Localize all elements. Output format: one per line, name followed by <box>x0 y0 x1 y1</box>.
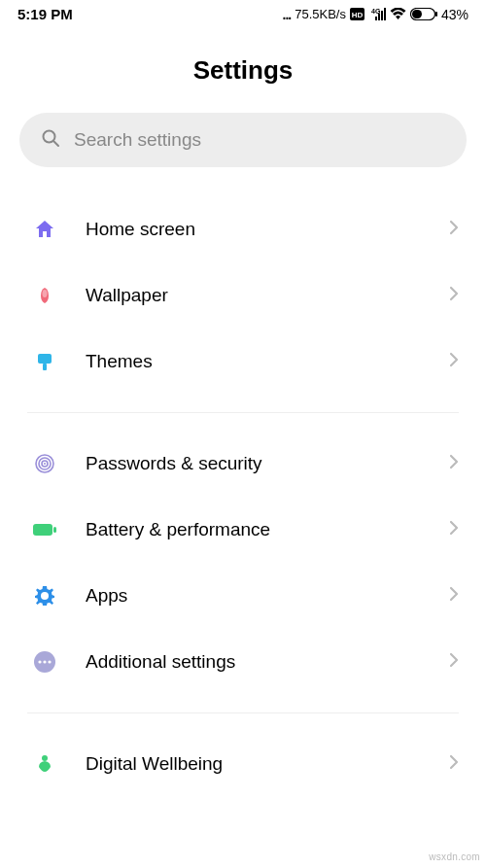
settings-group-1: Home screen Wallpaper Themes <box>0 196 486 395</box>
chevron-right-icon <box>449 286 459 305</box>
signal-4g-icon: 4G <box>368 8 386 20</box>
status-right: ... 75.5KB/s HD 4G 43% <box>283 7 469 22</box>
home-icon <box>31 216 58 243</box>
svg-point-25 <box>48 660 51 663</box>
row-label: Wallpaper <box>86 285 422 306</box>
svg-rect-20 <box>53 527 56 533</box>
chevron-right-icon <box>449 652 459 672</box>
row-label: Battery & performance <box>86 519 422 540</box>
row-label: Passwords & security <box>86 453 422 474</box>
svg-point-24 <box>43 660 46 663</box>
svg-point-12 <box>43 290 48 297</box>
gear-icon <box>31 582 58 609</box>
svg-rect-9 <box>435 12 437 17</box>
wellbeing-icon <box>31 750 58 778</box>
battery-icon <box>31 516 58 543</box>
search-input[interactable] <box>74 129 445 151</box>
svg-rect-4 <box>378 14 380 20</box>
row-battery-performance[interactable]: Battery & performance <box>0 497 486 563</box>
wifi-icon <box>390 8 406 20</box>
svg-rect-14 <box>43 364 47 370</box>
divider <box>27 712 459 713</box>
row-label: Home screen <box>86 219 422 240</box>
row-apps[interactable]: Apps <box>0 563 486 629</box>
svg-rect-3 <box>375 17 377 20</box>
chevron-right-icon <box>449 520 459 539</box>
svg-point-18 <box>44 463 46 465</box>
battery-status-icon <box>410 8 437 20</box>
dots-icon <box>31 648 58 676</box>
status-bar: 5:19 PM ... 75.5KB/s HD 4G 43% <box>0 0 486 26</box>
flower-icon <box>31 282 58 309</box>
status-dots: ... <box>283 7 292 22</box>
svg-point-23 <box>38 660 41 663</box>
svg-point-26 <box>42 755 48 761</box>
chevron-right-icon <box>449 352 459 371</box>
search-icon <box>41 128 60 152</box>
row-home-screen[interactable]: Home screen <box>0 196 486 262</box>
svg-rect-6 <box>384 8 386 20</box>
divider <box>27 412 459 413</box>
row-label: Additional settings <box>86 651 422 673</box>
page-title: Settings <box>0 55 486 86</box>
chevron-right-icon <box>449 454 459 473</box>
battery-percent: 43% <box>441 7 469 22</box>
search-bar[interactable] <box>19 113 467 167</box>
svg-line-11 <box>53 141 58 146</box>
svg-point-21 <box>41 592 49 600</box>
status-speed: 75.5KB/s <box>295 7 346 21</box>
chevron-right-icon <box>449 754 459 774</box>
settings-group-2: Passwords & security Battery & performan… <box>0 431 486 695</box>
row-label: Apps <box>86 585 422 607</box>
row-wallpaper[interactable]: Wallpaper <box>0 262 486 329</box>
row-digital-wellbeing[interactable]: Digital Wellbeing <box>0 731 486 797</box>
volte-icon: HD <box>350 8 364 20</box>
row-label: Digital Wellbeing <box>86 753 422 775</box>
svg-rect-5 <box>381 11 383 20</box>
row-passwords-security[interactable]: Passwords & security <box>0 431 486 497</box>
svg-rect-13 <box>38 354 52 364</box>
svg-text:4G: 4G <box>371 8 381 15</box>
svg-rect-8 <box>412 10 422 18</box>
row-label: Themes <box>86 351 422 372</box>
fingerprint-icon <box>31 450 58 477</box>
row-additional-settings[interactable]: Additional settings <box>0 629 486 695</box>
status-time: 5:19 PM <box>17 6 73 22</box>
brush-icon <box>31 348 58 375</box>
row-themes[interactable]: Themes <box>0 329 486 395</box>
svg-text:HD: HD <box>352 11 364 19</box>
chevron-right-icon <box>449 220 459 239</box>
watermark: wsxdn.com <box>429 851 480 862</box>
svg-rect-19 <box>33 524 52 536</box>
chevron-right-icon <box>449 586 459 606</box>
settings-group-3: Digital Wellbeing <box>0 731 486 797</box>
